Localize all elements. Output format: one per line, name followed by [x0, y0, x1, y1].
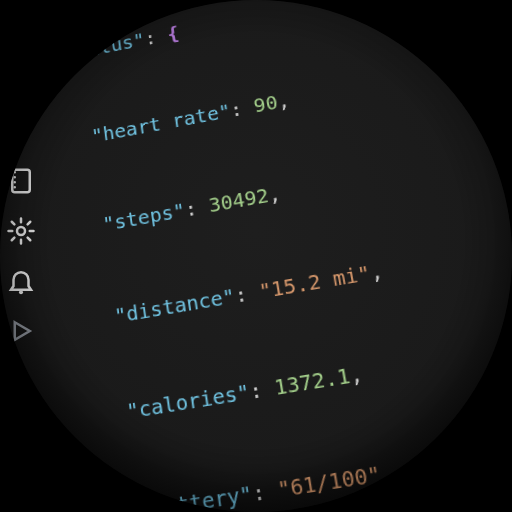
json-value: "15.2 mi"	[257, 260, 372, 303]
code-body[interactable]: { "time": "10:09:00", "date": "Fri, Jan …	[0, 0, 512, 512]
code-editor[interactable]: 1 2 3 4 5 6 7 8 9 10 11 12 { "time": "10…	[0, 0, 512, 512]
brace-open: {	[166, 21, 181, 45]
json-key: "status"	[53, 28, 146, 67]
watch-face: tik.json C: > Users > rzr > faces > ... …	[0, 0, 512, 512]
json-value: "61/100"	[276, 460, 383, 502]
json-value: 30492	[207, 183, 270, 217]
json-value: 1372.1	[272, 362, 352, 400]
json-key: "heart rate"	[90, 99, 232, 147]
line-number: 9	[0, 0, 10, 3]
line-number: 11	[0, 22, 16, 57]
json-key: "distance"	[113, 283, 237, 328]
json-key: "steps"	[101, 198, 186, 236]
editor-stage: tik.json C: > Users > rzr > faces > ... …	[0, 0, 512, 512]
json-key: "calories"	[125, 379, 251, 424]
line-number-active: 10	[0, 0, 13, 30]
json-key: "battery"	[138, 480, 255, 512]
line-number: 12	[0, 50, 19, 85]
